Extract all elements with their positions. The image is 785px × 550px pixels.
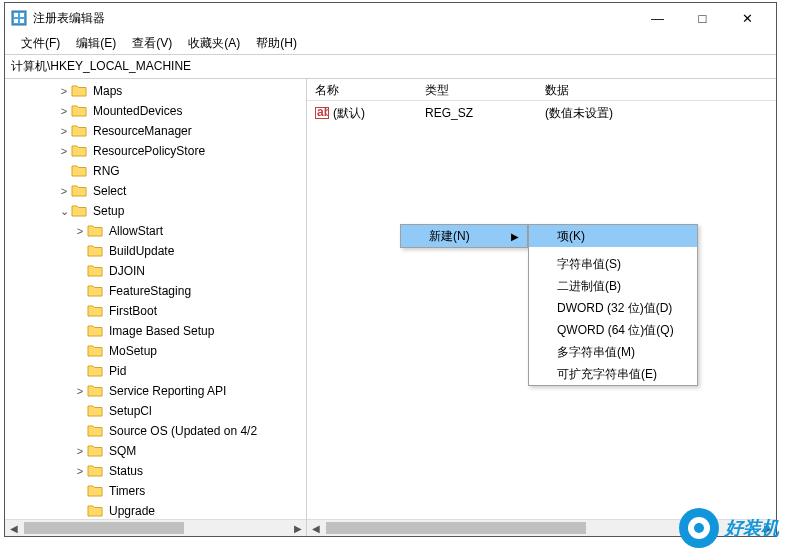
folder-icon	[71, 104, 87, 118]
scroll-thumb[interactable]	[24, 522, 184, 534]
tree-item[interactable]: >Status	[9, 461, 306, 481]
tree-item-label: FirstBoot	[107, 304, 159, 318]
expand-icon[interactable]: >	[73, 445, 87, 457]
tree-item[interactable]: >DJOIN	[9, 261, 306, 281]
value-data: (数值未设置)	[537, 105, 737, 122]
tree-item[interactable]: >Service Reporting API	[9, 381, 306, 401]
tree-item-label: BuildUpdate	[107, 244, 176, 258]
svg-text:ab: ab	[317, 106, 329, 119]
address-text: 计算机\HKEY_LOCAL_MACHINE	[11, 58, 191, 75]
menu-help[interactable]: 帮助(H)	[248, 33, 305, 54]
tree-hscrollbar[interactable]: ◀ ▶	[5, 519, 306, 536]
tree-item[interactable]: >Image Based Setup	[9, 321, 306, 341]
folder-icon	[87, 284, 103, 298]
address-bar[interactable]: 计算机\HKEY_LOCAL_MACHINE	[5, 55, 776, 79]
tree-item[interactable]: >AllowStart	[9, 221, 306, 241]
tree-item[interactable]: >Timers	[9, 481, 306, 501]
tree-item[interactable]: >FirstBoot	[9, 301, 306, 321]
value-row[interactable]: ab (默认) REG_SZ (数值未设置)	[307, 103, 776, 123]
scroll-right-icon[interactable]: ▶	[289, 520, 306, 536]
menu-file[interactable]: 文件(F)	[13, 33, 68, 54]
menu-edit[interactable]: 编辑(E)	[68, 33, 124, 54]
minimize-button[interactable]: —	[635, 3, 680, 33]
value-name-cell: ab (默认)	[307, 105, 417, 122]
context-menu-new[interactable]: 新建(N) ▶	[401, 225, 527, 247]
tree-item-label: Timers	[107, 484, 147, 498]
submenu-dword[interactable]: DWORD (32 位)值(D)	[529, 297, 697, 319]
tree-item-label: ResourceManager	[91, 124, 194, 138]
tree-item-label: ResourcePolicyStore	[91, 144, 207, 158]
watermark-text: 好装机	[725, 516, 779, 540]
expand-icon[interactable]: >	[73, 385, 87, 397]
tree-item[interactable]: >SQM	[9, 441, 306, 461]
submenu-binary[interactable]: 二进制值(B)	[529, 275, 697, 297]
svg-rect-1	[14, 13, 18, 17]
tree-item[interactable]: ⌄Setup	[9, 201, 306, 221]
values-body[interactable]: ab (默认) REG_SZ (数值未设置)	[307, 101, 776, 125]
folder-icon	[71, 204, 87, 218]
value-type: REG_SZ	[417, 106, 537, 120]
tree-item[interactable]: >FeatureStaging	[9, 281, 306, 301]
registry-tree[interactable]: >Maps>MountedDevices>ResourceManager>Res…	[5, 79, 306, 519]
svg-rect-2	[20, 13, 24, 17]
scroll-track[interactable]	[22, 520, 289, 536]
folder-icon	[87, 384, 103, 398]
tree-item-label: MountedDevices	[91, 104, 184, 118]
tree-item-label: AllowStart	[107, 224, 165, 238]
expand-icon[interactable]: >	[73, 465, 87, 477]
tree-item[interactable]: >SetupCl	[9, 401, 306, 421]
col-name[interactable]: 名称	[307, 79, 417, 100]
tree-item[interactable]: >MoSetup	[9, 341, 306, 361]
watermark-logo-icon	[679, 508, 719, 548]
menu-view[interactable]: 查看(V)	[124, 33, 180, 54]
submenu-key[interactable]: 项(K)	[529, 225, 697, 247]
submenu-expandstring[interactable]: 可扩充字符串值(E)	[529, 363, 697, 385]
tree-item[interactable]: >Source OS (Updated on 4/2	[9, 421, 306, 441]
window-buttons: — □ ✕	[635, 3, 770, 33]
folder-icon	[87, 304, 103, 318]
close-button[interactable]: ✕	[725, 3, 770, 33]
string-value-icon: ab	[315, 106, 329, 120]
folder-icon	[87, 364, 103, 378]
svg-rect-3	[14, 19, 18, 23]
folder-icon	[87, 344, 103, 358]
tree-item-label: Pid	[107, 364, 128, 378]
submenu-string[interactable]: 字符串值(S)	[529, 253, 697, 275]
scroll-thumb[interactable]	[326, 522, 586, 534]
scroll-left-icon[interactable]: ◀	[5, 520, 22, 536]
tree-item[interactable]: >BuildUpdate	[9, 241, 306, 261]
tree-item[interactable]: >Maps	[9, 81, 306, 101]
tree-item[interactable]: >ResourcePolicyStore	[9, 141, 306, 161]
folder-icon	[87, 404, 103, 418]
expand-icon[interactable]: >	[57, 125, 71, 137]
folder-icon	[87, 224, 103, 238]
tree-item[interactable]: >ResourceManager	[9, 121, 306, 141]
expand-icon[interactable]: >	[73, 225, 87, 237]
folder-icon	[87, 504, 103, 518]
tree-item[interactable]: >MountedDevices	[9, 101, 306, 121]
submenu-multistring[interactable]: 多字符串值(M)	[529, 341, 697, 363]
maximize-button[interactable]: □	[680, 3, 725, 33]
window-title: 注册表编辑器	[33, 10, 635, 27]
tree-item-label: DJOIN	[107, 264, 147, 278]
menu-favorites[interactable]: 收藏夹(A)	[180, 33, 248, 54]
expand-icon[interactable]: >	[57, 105, 71, 117]
tree-item[interactable]: >Upgrade	[9, 501, 306, 519]
tree-item[interactable]: >Pid	[9, 361, 306, 381]
tree-item[interactable]: >Select	[9, 181, 306, 201]
submenu-qword[interactable]: QWORD (64 位)值(Q)	[529, 319, 697, 341]
expand-icon[interactable]: >	[57, 145, 71, 157]
tree-item[interactable]: >RNG	[9, 161, 306, 181]
tree-pane: >Maps>MountedDevices>ResourceManager>Res…	[5, 79, 307, 536]
col-type[interactable]: 类型	[417, 79, 537, 100]
tree-item-label: Upgrade	[107, 504, 157, 518]
expand-icon[interactable]: >	[57, 85, 71, 97]
expand-icon[interactable]: >	[57, 185, 71, 197]
folder-icon	[71, 84, 87, 98]
context-menu: 新建(N) ▶	[400, 224, 528, 248]
tree-item-label: Select	[91, 184, 128, 198]
scroll-left-icon[interactable]: ◀	[307, 520, 324, 536]
col-data[interactable]: 数据	[537, 79, 737, 100]
collapse-icon[interactable]: ⌄	[57, 205, 71, 218]
tree-item-label: FeatureStaging	[107, 284, 193, 298]
